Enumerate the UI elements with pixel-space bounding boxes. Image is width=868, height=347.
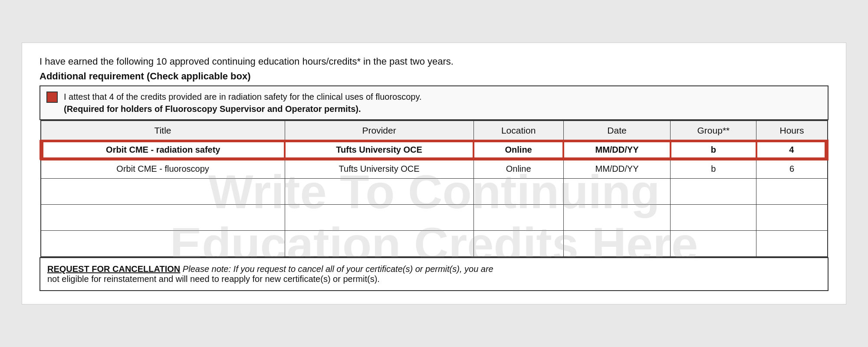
table-body: Orbit CME - radiation safetyTufts Univer… — [41, 141, 828, 257]
cell-title — [41, 205, 285, 231]
cell-date — [563, 231, 671, 257]
cell-group — [671, 179, 756, 205]
table-row — [41, 179, 828, 205]
cell-location — [473, 231, 563, 257]
cell-date: MM/DD/YY — [563, 160, 671, 179]
cell-location: Online — [473, 160, 563, 179]
checkbox-text-bold: (Required for holders of Fluoroscopy Sup… — [64, 104, 361, 114]
cell-title: Orbit CME - fluoroscopy — [41, 160, 285, 179]
checkbox-text-normal: I attest that 4 of the credits provided … — [64, 92, 422, 101]
cell-hours — [756, 231, 828, 257]
cell-group: b — [671, 160, 756, 179]
cell-title: Orbit CME - radiation safety — [41, 141, 285, 160]
ce-table: Title Provider Location Date Group** Hou… — [39, 120, 829, 257]
cell-group — [671, 231, 756, 257]
col-location: Location — [473, 121, 563, 141]
footer-line2: not eligible for reinstatement and will … — [47, 274, 380, 284]
intro-line1: I have earned the following 10 approved … — [39, 56, 829, 67]
cell-date — [563, 179, 671, 205]
cell-date: MM/DD/YY — [563, 141, 671, 160]
cell-location: Online — [473, 141, 563, 160]
table-row — [41, 205, 828, 231]
cell-hours: 4 — [756, 141, 828, 160]
cell-provider: Tufts University OCE — [285, 141, 473, 160]
cell-provider — [285, 231, 473, 257]
cell-group — [671, 205, 756, 231]
footer-section: REQUEST FOR CANCELLATION Please note: If… — [39, 257, 829, 291]
cell-location — [473, 179, 563, 205]
col-group: Group** — [671, 121, 756, 141]
ce-table-wrapper: Title Provider Location Date Group** Hou… — [39, 120, 829, 257]
cell-hours — [756, 179, 828, 205]
cell-title — [41, 231, 285, 257]
table-row — [41, 231, 828, 257]
col-date: Date — [563, 121, 671, 141]
footer-text: Please note: If you request to cancel al… — [183, 264, 493, 274]
col-hours: Hours — [756, 121, 828, 141]
intro-text-2-bold: Additional requirement (Check applicable… — [39, 71, 251, 82]
col-provider: Provider — [285, 121, 473, 141]
cell-date — [563, 205, 671, 231]
cell-provider — [285, 179, 473, 205]
cell-hours — [756, 205, 828, 231]
cell-group: b — [671, 141, 756, 160]
page-container: I have earned the following 10 approved … — [22, 43, 846, 304]
intro-line2: Additional requirement (Check applicable… — [39, 71, 829, 82]
table-row: Orbit CME - fluoroscopyTufts University … — [41, 160, 828, 179]
cell-hours: 6 — [756, 160, 828, 179]
col-title: Title — [41, 121, 285, 141]
checkbox-row: I attest that 4 of the credits provided … — [39, 85, 829, 120]
table-header-row: Title Provider Location Date Group** Hou… — [41, 121, 828, 141]
table-row: Orbit CME - radiation safetyTufts Univer… — [41, 141, 828, 160]
cell-provider — [285, 205, 473, 231]
checkbox-label: I attest that 4 of the credits provided … — [64, 91, 422, 115]
cell-provider: Tufts University OCE — [285, 160, 473, 179]
fluoroscopy-checkbox[interactable] — [46, 92, 58, 103]
footer-label: REQUEST FOR CANCELLATION — [47, 264, 180, 274]
intro-text-1: I have earned the following 10 approved … — [39, 56, 454, 67]
cell-location — [473, 205, 563, 231]
cell-title — [41, 179, 285, 205]
